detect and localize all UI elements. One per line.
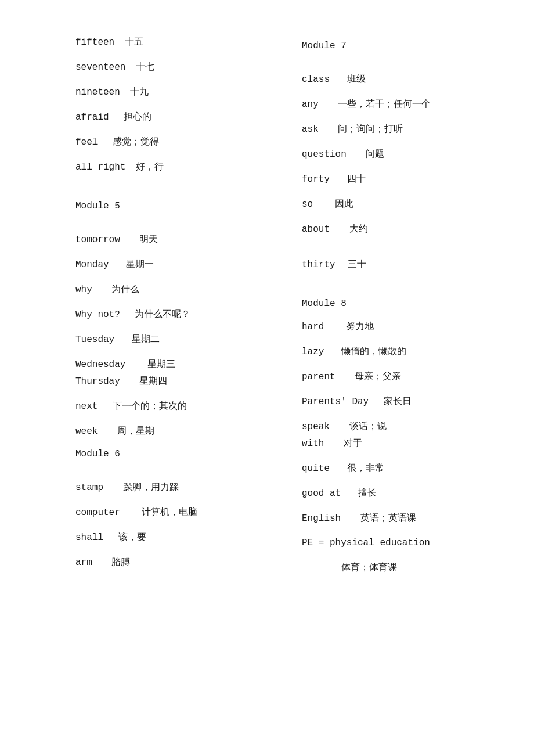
english-word: why: [75, 285, 92, 295]
list-item: with 对于: [302, 436, 511, 451]
list-item: thirty 三十: [302, 257, 511, 272]
english-word: feel: [75, 137, 98, 147]
chinese-translation: 母亲；父亲: [345, 371, 401, 381]
chinese-translation: 对于: [334, 438, 362, 448]
module-heading: Module 8: [302, 298, 511, 309]
grouped-entries: Wednesday 星期三 Thursday 星期四: [75, 357, 255, 388]
chinese-translation: 很，非常: [340, 463, 384, 473]
page-content: fifteen 十五 seventeen 十七 nineteen 十九 afra…: [0, 35, 534, 585]
chinese-translation: 该，要: [114, 532, 146, 542]
list-item: nineteen 十九: [75, 85, 255, 99]
chinese-translation: 为什么不呢？: [130, 309, 190, 319]
list-item: Thursday 星期四: [75, 374, 255, 388]
english-word: class: [302, 74, 330, 85]
list-item: next 下一个的；其次的: [75, 399, 255, 413]
list-item: hard 努力地: [302, 319, 511, 334]
chinese-translation: 问题: [356, 149, 384, 159]
list-item: all right 好，行: [75, 160, 255, 174]
module-heading: Module 5: [75, 201, 255, 211]
english-word: computer: [75, 507, 120, 518]
english-word: Monday: [75, 260, 109, 270]
list-item: why 为什么: [75, 282, 255, 297]
chinese-translation: 明天: [130, 234, 158, 244]
english-word: fifteen: [75, 37, 114, 48]
chinese-translation: 胳膊: [102, 557, 130, 567]
english-word: arm: [75, 557, 92, 568]
chinese-translation: 好，行: [136, 161, 164, 171]
list-item: class 班级: [302, 72, 511, 87]
chinese-translation: 下一个的；其次的: [108, 401, 187, 411]
list-item: so 因此: [302, 197, 511, 211]
grouped-speak-with: speak 谈话；说 with 对于: [302, 419, 511, 451]
chinese-translation: 周，星期: [108, 426, 154, 435]
english-word: seventeen: [75, 62, 125, 73]
english-word: thirty: [302, 260, 335, 270]
list-item: any 一些，若干；任何一个: [302, 97, 511, 111]
chinese-translation: 谈话；说: [340, 421, 387, 431]
list-item: computer 计算机，电脑: [75, 505, 255, 520]
english-word: speak: [302, 422, 330, 432]
english-word: PE = physical education: [302, 538, 430, 548]
left-column: fifteen 十五 seventeen 十七 nineteen 十九 afra…: [0, 35, 267, 585]
chinese-translation: 问；询问；打听: [329, 124, 403, 134]
chinese-translation: 大约: [340, 224, 368, 233]
chinese-translation: 感觉；觉得: [108, 136, 159, 146]
chinese-translation: 努力地: [334, 321, 374, 331]
chinese-translation: 十七: [136, 62, 154, 71]
list-item: 体育；体育课: [302, 560, 511, 575]
english-word: Parents' Day: [302, 397, 369, 407]
english-word: so: [302, 199, 313, 210]
list-item: Wednesday 星期三: [75, 357, 255, 372]
english-word: tomorrow: [75, 235, 120, 245]
english-word: week: [75, 426, 98, 437]
list-item: English 英语；英语课: [302, 511, 511, 525]
list-item: tomorrow 明天: [75, 232, 255, 247]
english-word: question: [302, 149, 347, 160]
english-word: next: [75, 401, 98, 412]
english-word: hard: [302, 322, 324, 332]
list-item: Why not? 为什么不呢？: [75, 307, 255, 322]
right-column: Module 7 class 班级 any 一些，若干；任何一个 ask 问；询…: [267, 35, 534, 585]
list-item: feel 感觉；觉得: [75, 135, 255, 149]
english-word: nineteen: [75, 87, 120, 98]
chinese-translation: 十九: [130, 87, 149, 96]
list-item: Monday 星期一: [75, 257, 255, 272]
chinese-translation: 担心的: [119, 111, 151, 121]
list-item: shall 该，要: [75, 530, 255, 545]
english-word: English: [302, 513, 341, 524]
english-word: afraid: [75, 112, 109, 123]
list-item: forty 四十: [302, 172, 511, 186]
chinese-translation: 为什么: [102, 284, 139, 294]
english-word: stamp: [75, 483, 103, 493]
list-item: question 问题: [302, 147, 511, 161]
english-word: about: [302, 224, 330, 235]
english-word: any: [302, 99, 319, 110]
english-word: Thursday: [75, 376, 120, 387]
list-item: PE = physical education: [302, 536, 511, 550]
english-word: lazy: [302, 347, 324, 357]
list-item: afraid 担心的: [75, 110, 255, 124]
chinese-translation: 擅长: [351, 488, 377, 498]
chinese-translation: 一些，若干；任何一个: [329, 99, 431, 109]
list-item: Tuesday 星期二: [75, 332, 255, 347]
chinese-translation: 跺脚，用力踩: [114, 482, 179, 492]
list-item: lazy 懒惰的，懒散的: [302, 344, 511, 359]
english-word: quite: [302, 463, 330, 474]
chinese-translation: 家长日: [379, 396, 412, 406]
list-item: seventeen 十七: [75, 60, 255, 74]
english-word: shall: [75, 532, 103, 543]
english-word: Why not?: [75, 309, 120, 320]
chinese-translation: 计算机，电脑: [130, 507, 197, 517]
chinese-translation: 四十: [340, 174, 366, 183]
chinese-translation: 因此: [323, 199, 353, 208]
list-item: ask 问；询问；打听: [302, 122, 511, 136]
chinese-translation: 星期二: [125, 334, 160, 344]
module-heading: Module 6: [75, 449, 255, 459]
chinese-translation: 懒惰的，懒散的: [334, 346, 406, 356]
chinese-translation: 星期四: [130, 376, 167, 386]
list-item: good at 擅长: [302, 486, 511, 501]
list-item: quite 很，非常: [302, 461, 511, 476]
english-word: forty: [302, 174, 330, 185]
chinese-translation: 英语；英语课: [351, 513, 416, 523]
list-item: parent 母亲；父亲: [302, 369, 511, 384]
